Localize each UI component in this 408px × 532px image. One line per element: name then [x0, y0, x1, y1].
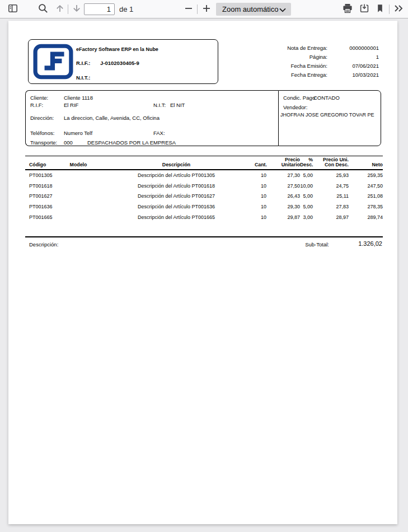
cell-cant: 10: [255, 192, 266, 202]
transporte-desc: DESPACHADOS POR LA EMPRESA: [87, 139, 176, 146]
double-chevron-right-icon: [393, 3, 404, 15]
cell-cant: 10: [255, 202, 266, 212]
nit-label: N.I.T:: [153, 102, 166, 108]
col-descripcion: Descripción: [98, 156, 255, 170]
arrow-down-icon: [72, 3, 82, 15]
cell-descripcion: Descripción del Artículo PT001627: [98, 192, 255, 202]
cell-pct-desc: 10,00: [300, 181, 313, 192]
fecha-emision-label: Fecha Emisión:: [255, 63, 327, 69]
page-number-input[interactable]: [84, 3, 115, 15]
search-icon: [37, 3, 49, 16]
current-view-button[interactable]: [373, 2, 387, 16]
cell-precio-con-desc: 28,97: [313, 212, 349, 223]
fax-label: FAX:: [153, 130, 165, 136]
document-meta: Nota de Entrega: 0000000001 Página: 1 Fe…: [255, 43, 379, 79]
company-logo-icon: [33, 44, 73, 82]
cell-precio-unitario: 27,50: [266, 181, 300, 192]
cell-precio-unitario: 29,87: [266, 212, 300, 223]
cell-codigo: PT001636: [25, 202, 59, 212]
more-tools-button[interactable]: [391, 2, 406, 16]
pdf-page: eFactory Software ERP en la Nube R.I.F.:…: [8, 21, 397, 524]
cell-cant: 10: [255, 212, 266, 223]
table-row: PT001636 Descripción del Artículo PT0016…: [25, 202, 383, 212]
cell-neto: 289,74: [349, 212, 383, 223]
sidebar-toggle-button[interactable]: [6, 2, 20, 16]
condic-pago-value: CONTADO: [313, 95, 340, 101]
chevron-down-icon: [279, 4, 291, 15]
cell-cant: 10: [255, 181, 266, 192]
cell-pct-desc: 5,00: [300, 170, 313, 181]
table-row: PT001665 Descripción del Artículo PT0016…: [25, 212, 383, 223]
zoom-out-button[interactable]: [181, 2, 196, 16]
meta-row: Página: 1: [255, 52, 379, 61]
client-box: Cliente: Cliente 1118 R.I.F: El RIF N.I.…: [25, 90, 278, 146]
meta-row: Fecha Emisión: 07/06/2021: [255, 61, 379, 70]
find-button[interactable]: [36, 2, 50, 16]
rif-value: El RIF: [64, 102, 78, 108]
printer-icon: [342, 3, 353, 16]
zoom-select-value: Zoom automático: [216, 5, 279, 13]
cell-neto: 278,35: [349, 202, 383, 212]
cell-modelo: [59, 212, 98, 223]
cell-cant: 10: [255, 170, 266, 181]
fecha-emision-value: 07/06/2021: [327, 63, 379, 69]
cell-codigo: PT001627: [25, 192, 59, 202]
cell-descripcion: Descripción del Artículo PT001636: [98, 202, 255, 212]
items-header-row: Código Modelo Descripción Cant. Precio U…: [25, 156, 383, 170]
pdf-toolbar: de 1 Zoom automático: [0, 0, 408, 18]
transporte-code: 000: [64, 139, 73, 146]
nota-entrega-label: Nota de Entrega:: [255, 45, 327, 51]
rif-label: R.I.F:: [30, 102, 43, 108]
nota-entrega-value: 0000000001: [327, 45, 379, 51]
toolbar-separator: [197, 4, 198, 14]
col-precio-unitario: Precio Unitario: [266, 156, 300, 170]
next-page-button[interactable]: [69, 2, 84, 16]
download-icon: [359, 3, 369, 15]
cell-precio-con-desc: 27,83: [313, 202, 349, 212]
fecha-entrega-label: Fecha Entrega:: [255, 72, 327, 78]
cell-pct-desc: 5,00: [300, 192, 313, 202]
nit-value: El NIT: [170, 102, 185, 108]
cell-descripcion: Descripción del Artículo PT001665: [98, 212, 255, 223]
table-row: PT001618 Descripción del Artículo PT0016…: [25, 181, 383, 192]
sidebar-toggle-icon: [8, 3, 18, 15]
print-button[interactable]: [340, 2, 355, 16]
zoom-in-button[interactable]: [199, 2, 214, 16]
cliente-value: Cliente 1118: [64, 95, 93, 101]
cliente-label: Cliente:: [30, 95, 48, 101]
col-modelo: Modelo: [59, 156, 98, 170]
totals-footer: Descripción: Sub-Total: 1.326,02: [25, 236, 383, 251]
telefonos-value: Numero Telf: [64, 130, 92, 136]
toolbar-separator: [68, 4, 68, 14]
cell-modelo: [59, 181, 98, 192]
arrow-up-icon: [55, 3, 65, 15]
company-header-box: eFactory Software ERP en la Nube R.I.F.:…: [28, 39, 218, 84]
zoom-select[interactable]: Zoom automático: [216, 3, 291, 16]
items-table: Código Modelo Descripción Cant. Precio U…: [25, 156, 383, 222]
fecha-entrega-value: 10/03/2021: [327, 72, 379, 78]
col-codigo: Código: [25, 156, 59, 170]
cell-neto: 259,35: [349, 170, 383, 181]
cell-codigo: PT001665: [25, 212, 59, 223]
download-button[interactable]: [357, 2, 372, 16]
subtotal-value: 1.326,02: [358, 240, 382, 247]
cell-precio-unitario: 26,43: [266, 192, 300, 202]
viewer-scroll-area[interactable]: eFactory Software ERP en la Nube R.I.F.:…: [0, 18, 408, 531]
col-precio-con-desc: Precio Uni. Con Desc.: [313, 156, 349, 170]
cell-precio-unitario: 27,30: [266, 170, 300, 181]
subtotal-label: Sub-Total:: [305, 241, 329, 248]
previous-page-button[interactable]: [53, 2, 67, 16]
cell-precio-con-desc: 25,11: [313, 192, 349, 202]
col-pct-desc: % Desc.: [300, 156, 313, 170]
company-nit-label: N.I.T.:: [76, 74, 90, 81]
cell-descripcion: Descripción del Artículo PT001618: [98, 181, 255, 192]
table-row: PT001627 Descripción del Artículo PT0016…: [25, 192, 383, 202]
cell-descripcion: Descripción del Artículo PT001305: [98, 170, 255, 181]
direccion-label: Dirección:: [30, 115, 54, 121]
cell-pct-desc: 5,00: [300, 202, 313, 212]
cell-codigo: PT001305: [25, 170, 59, 181]
meta-row: Fecha Entrega: 10/03/2021: [255, 70, 379, 79]
cell-precio-con-desc: 24,75: [313, 181, 349, 192]
transporte-label: Transporte:: [30, 139, 57, 146]
meta-row: Nota de Entrega: 0000000001: [255, 43, 379, 52]
